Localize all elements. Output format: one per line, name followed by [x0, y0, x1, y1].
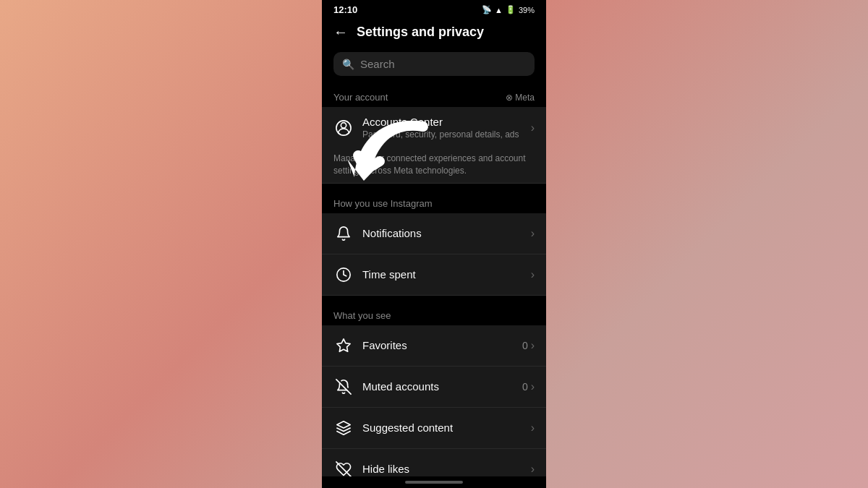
- back-button[interactable]: ←: [333, 24, 348, 40]
- favorites-chevron: ›: [531, 339, 535, 352]
- phone-container: 12:10 📡 ▲ 🔋 39% ← Settings and privacy 🔍…: [322, 0, 546, 488]
- accounts-center-chevron: ›: [531, 121, 535, 134]
- settings-content: Your account ⊗ Meta Accounts Center Pass…: [322, 83, 546, 476]
- time-spent-title: Time spent: [362, 268, 531, 281]
- accounts-center-icon: [333, 118, 354, 138]
- status-bar: 12:10 📡 ▲ 🔋 39%: [322, 0, 546, 18]
- muted-accounts-chevron: ›: [531, 380, 535, 393]
- svg-marker-3: [337, 338, 350, 351]
- bell-off-icon: [336, 379, 352, 395]
- heart-off-icon: [336, 461, 352, 476]
- svg-line-4: [336, 380, 351, 394]
- notifications-chevron: ›: [531, 227, 535, 240]
- accounts-center-text: Accounts Center Password, security, pers…: [362, 116, 531, 140]
- hide-likes-item[interactable]: Hide likes ›: [322, 449, 546, 476]
- muted-accounts-badge: 0: [522, 381, 528, 393]
- accounts-center-description: Manage your connected experiences and ac…: [322, 148, 546, 184]
- time-spent-right: ›: [531, 268, 535, 281]
- your-account-label: Your account: [333, 92, 388, 103]
- suggested-content-title: Suggested content: [362, 421, 531, 434]
- your-account-section-label: Your account ⊗ Meta: [322, 83, 546, 107]
- muted-accounts-text: Muted accounts: [362, 380, 522, 393]
- what-you-see-section-label: What you see: [322, 301, 546, 325]
- hide-likes-title: Hide likes: [362, 463, 531, 475]
- search-input[interactable]: Search: [360, 58, 395, 70]
- bell-icon: [336, 226, 352, 241]
- favorites-icon: [333, 335, 354, 356]
- hide-likes-chevron: ›: [531, 463, 535, 476]
- time-spent-icon: [333, 265, 354, 285]
- muted-accounts-title: Muted accounts: [362, 380, 522, 393]
- divider-1: [322, 184, 546, 189]
- accounts-center-subtitle: Password, security, personal details, ad…: [362, 129, 531, 140]
- notifications-right: ›: [531, 227, 535, 240]
- wifi-icon: 📡: [482, 5, 492, 14]
- what-you-see-label: What you see: [333, 310, 391, 321]
- svg-point-0: [341, 122, 346, 127]
- hide-likes-icon: [333, 459, 354, 476]
- suggested-content-text: Suggested content: [362, 421, 531, 434]
- muted-accounts-item[interactable]: Muted accounts 0 ›: [322, 367, 546, 408]
- time-spent-item[interactable]: Time spent ›: [322, 254, 546, 296]
- bottom-bar: [322, 476, 546, 488]
- clock-icon: [336, 267, 352, 283]
- suggested-content-right: ›: [531, 421, 535, 435]
- hide-likes-text: Hide likes: [362, 463, 531, 475]
- favorites-right: 0 ›: [522, 339, 535, 352]
- notifications-icon: [333, 223, 354, 244]
- status-icons: 📡 ▲ 🔋 39%: [482, 5, 535, 14]
- notifications-item[interactable]: Notifications ›: [322, 213, 546, 254]
- search-box[interactable]: 🔍 Search: [333, 52, 535, 76]
- favorites-title: Favorites: [362, 339, 522, 351]
- page-title: Settings and privacy: [357, 25, 484, 40]
- notifications-title: Notifications: [362, 227, 531, 239]
- muted-accounts-icon: [333, 377, 354, 397]
- suggested-content-icon: [333, 418, 354, 438]
- favorites-item[interactable]: Favorites 0 ›: [322, 325, 546, 367]
- divider-2: [322, 296, 546, 301]
- signal-icon: ▲: [495, 6, 503, 14]
- svg-marker-5: [337, 421, 350, 427]
- muted-accounts-right: 0 ›: [522, 380, 535, 393]
- favorites-text: Favorites: [362, 339, 522, 351]
- person-circle-icon: [336, 120, 352, 136]
- time-spent-text: Time spent: [362, 268, 531, 281]
- notifications-text: Notifications: [362, 227, 531, 239]
- accounts-center-item[interactable]: Accounts Center Password, security, pers…: [322, 107, 546, 148]
- meta-logo: ⊗ Meta: [506, 93, 535, 103]
- battery-icon: 🔋: [506, 5, 516, 14]
- home-indicator: [405, 481, 463, 484]
- suggested-content-chevron: ›: [531, 421, 535, 435]
- hide-likes-right: ›: [531, 463, 535, 476]
- layers-icon: [336, 420, 352, 436]
- how-you-use-label: How you use Instagram: [333, 198, 433, 209]
- accounts-center-title: Accounts Center: [362, 116, 531, 128]
- time-spent-chevron: ›: [531, 268, 535, 281]
- accounts-center-right: ›: [531, 121, 535, 134]
- star-icon: [336, 338, 352, 354]
- how-you-use-section-label: How you use Instagram: [322, 189, 546, 213]
- favorites-badge: 0: [522, 340, 528, 351]
- search-container: 🔍 Search: [322, 48, 546, 83]
- page-header: ← Settings and privacy: [322, 18, 546, 48]
- status-time: 12:10: [333, 4, 357, 15]
- battery-percent: 39%: [519, 6, 535, 14]
- search-icon: 🔍: [342, 59, 354, 70]
- suggested-content-item[interactable]: Suggested content ›: [322, 408, 546, 449]
